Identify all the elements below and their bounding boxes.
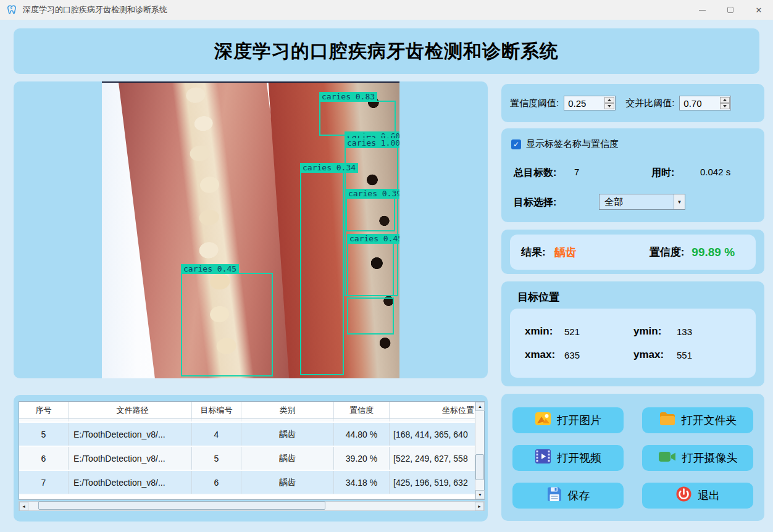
window-title: 深度学习的口腔疾病牙齿检测和诊断系统 [23, 4, 167, 15]
power-icon [675, 486, 692, 505]
scroll-up-icon[interactable]: ▲ [475, 402, 485, 411]
detection-label: caries 0.45 [347, 234, 399, 244]
folder-icon [659, 411, 676, 430]
button-label: 退出 [698, 488, 720, 503]
col-header-index[interactable]: 序号 [19, 402, 69, 418]
spin-up-icon[interactable] [720, 97, 730, 103]
col-header-filepath[interactable]: 文件路径 [69, 402, 192, 418]
ymin-label: ymin: [633, 325, 677, 338]
save-button[interactable]: 保存 [512, 483, 624, 509]
image-icon [535, 410, 551, 430]
table-horizontal-scrollbar[interactable]: ◄ ► [19, 501, 485, 511]
xmin-value: 521 [564, 326, 633, 337]
cell-index: 7 [19, 471, 69, 494]
button-label: 打开视频 [557, 451, 601, 465]
confidence-threshold-label: 置信度阈值: [510, 98, 559, 109]
spin-up-icon[interactable] [604, 97, 614, 103]
spin-down-icon[interactable] [720, 103, 730, 109]
col-header-target-id[interactable]: 目标编号 [192, 402, 241, 418]
position-card: xmin: 521 ymin: 133 xmax: 635 ymax: 551 [510, 309, 756, 378]
photo-top-border [102, 81, 399, 83]
vertical-scroll-thumb[interactable] [475, 454, 484, 480]
col-header-class[interactable]: 类别 [241, 402, 334, 418]
scroll-right-icon[interactable]: ► [475, 502, 484, 511]
open-video-button[interactable]: 打开视频 [512, 445, 624, 471]
target-select-value: 全部 [600, 196, 674, 208]
detection-box: caries 0.45 [181, 273, 273, 376]
cell-filepath: E:/ToothDetection_v8/... [69, 471, 192, 494]
col-header-confidence[interactable]: 置信度 [334, 402, 390, 418]
cell-coords: [168, 414, 365, 640 [390, 423, 476, 446]
open-image-button[interactable]: 打开图片 [512, 407, 624, 433]
cell-confidence: 39.20 % [334, 447, 390, 470]
save-icon [546, 486, 562, 505]
ymin-value: 133 [677, 326, 738, 337]
cell-confidence: 44.80 % [334, 423, 390, 446]
titlebar: 深度学习的口腔疾病牙齿检测和诊断系统 ✕ [0, 0, 773, 20]
camera-icon [658, 449, 677, 467]
page-title: 深度学习的口腔疾病牙齿检测和诊断系统 [214, 39, 559, 64]
iou-threshold-input[interactable] [680, 97, 717, 109]
detection-image: caries 0.60caries 0.83caries 1.00caries … [102, 81, 399, 378]
cell-confidence: 34.18 % [334, 471, 390, 494]
iou-threshold-label: 交并比阈值: [625, 98, 674, 109]
detection-label: caries 0.34 [300, 163, 358, 173]
cell-class: 龋齿 [241, 447, 334, 470]
iou-threshold-spinner[interactable] [679, 96, 731, 110]
scroll-down-icon[interactable]: ▼ [475, 490, 485, 499]
table-vertical-scrollbar[interactable]: ▲ ▼ [475, 402, 484, 499]
exit-button[interactable]: 退出 [642, 483, 753, 509]
open-folder-button[interactable]: 打开文件夹 [642, 407, 753, 433]
cell-index: 6 [19, 447, 69, 470]
elapsed-time-value: 0.042 s [700, 167, 730, 177]
tooth-icon [6, 4, 18, 16]
cell-target-id: 6 [192, 471, 241, 494]
scroll-left-icon[interactable]: ◄ [19, 502, 28, 511]
detection-box: caries 0.83 [319, 101, 396, 136]
table-header-row: 序号 文件路径 目标编号 类别 置信度 坐标位置 [19, 402, 476, 419]
result-label: 结果: [521, 245, 546, 259]
confidence-threshold-input[interactable] [564, 97, 601, 109]
table-row[interactable]: 5 E:/ToothDetection_v8/... 4 龋齿 44.80 % … [19, 423, 476, 447]
app-window: 深度学习的口腔疾病牙齿检测和诊断系统 ✕ 深度学习的口腔疾病牙齿检测和诊断系统 … [0, 0, 773, 532]
target-select-dropdown[interactable]: 全部 ▼ [599, 194, 685, 210]
total-targets-label: 总目标数: [514, 167, 556, 180]
target-select-label: 目标选择: [514, 196, 556, 209]
horizontal-scroll-thumb[interactable] [38, 501, 325, 510]
confidence-threshold-spinner[interactable] [564, 96, 616, 110]
elapsed-time-label: 用时: [651, 167, 674, 180]
cell-coords: [425, 196, 519, 632 [390, 471, 476, 494]
detection-box: caries 0.39 [346, 197, 395, 231]
banner: 深度学习的口腔疾病牙齿检测和诊断系统 [14, 28, 759, 74]
actions-panel: 打开图片 打开文件夹 打开视 [501, 394, 764, 521]
detection-label: caries 0.83 [319, 92, 377, 102]
col-header-coords[interactable]: 坐标位置 [390, 402, 476, 418]
maximize-button[interactable] [716, 0, 745, 20]
show-labels-checkbox[interactable]: ✓ [511, 139, 521, 149]
image-panel: caries 0.60caries 0.83caries 1.00caries … [14, 81, 488, 378]
result-confidence-label: 置信度: [650, 245, 685, 259]
spin-down-icon[interactable] [604, 103, 614, 109]
cell-index: 5 [19, 423, 69, 446]
position-title: 目标位置 [517, 290, 559, 304]
minimize-button[interactable] [688, 0, 716, 20]
table-row[interactable]: 7 E:/ToothDetection_v8/... 6 龋齿 34.18 % … [19, 471, 476, 495]
button-label: 打开摄像头 [682, 451, 738, 465]
result-panel: 结果: 龋齿 置信度: 99.89 % [501, 230, 764, 274]
detection-label: caries 0.39 [346, 189, 399, 199]
button-label: 保存 [568, 488, 590, 503]
thresholds-panel: 置信度阈值: 交并比阈值: [501, 84, 764, 122]
close-button[interactable]: ✕ [745, 0, 773, 20]
detection-label: caries 0.45 [181, 264, 239, 274]
table-row[interactable]: 6 E:/ToothDetection_v8/... 5 龋齿 39.20 % … [19, 447, 476, 471]
ymax-value: 551 [677, 350, 738, 360]
cell-filepath: E:/ToothDetection_v8/... [69, 423, 192, 446]
detections-table: 序号 文件路径 目标编号 类别 置信度 坐标位置 5 E:/ToothDetec… [19, 401, 485, 500]
chevron-down-icon[interactable]: ▼ [674, 194, 685, 209]
open-camera-button[interactable]: 打开摄像头 [642, 445, 753, 471]
detection-box: caries 0.34 [300, 172, 344, 375]
video-icon [535, 448, 551, 468]
cell-target-id: 4 [192, 423, 241, 446]
cell-target-id: 5 [192, 447, 241, 470]
result-value: 龋齿 [554, 245, 577, 260]
